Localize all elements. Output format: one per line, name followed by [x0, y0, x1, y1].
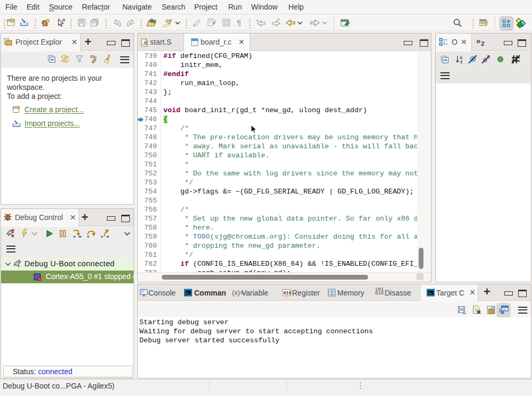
svg-text:z: z [460, 59, 463, 64]
svg-text:.S: .S [143, 40, 147, 46]
svg-text:010: 010 [284, 291, 292, 296]
